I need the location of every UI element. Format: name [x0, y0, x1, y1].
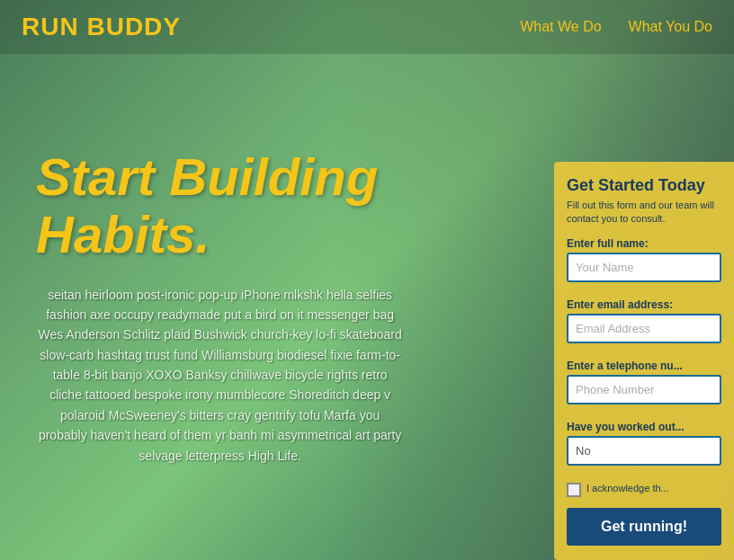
phone-field-group: Enter a telephone nu... [567, 360, 721, 413]
acknowledge-checkbox[interactable] [567, 483, 581, 497]
name-input[interactable] [567, 253, 721, 282]
email-field-group: Enter email address: [567, 298, 721, 352]
nav-item-what-we-do[interactable]: What We Do [520, 19, 601, 35]
site-header: RUN BUDDY What We Do What You Do [0, 0, 734, 54]
name-field-group: Enter full name: [567, 237, 721, 291]
acknowledge-row: I acknowledge th... [567, 482, 721, 497]
worked-out-field-group: Have you worked out... No Yes [567, 421, 721, 475]
form-title: Get Started Today [567, 176, 721, 195]
hero-title: Start Building Habits. [36, 148, 404, 263]
acknowledge-text: I acknowledge th... [586, 482, 669, 495]
submit-button[interactable]: Get running! [567, 508, 721, 546]
phone-label: Enter a telephone nu... [567, 360, 721, 372]
nav-item-what-you-do[interactable]: What You Do [629, 19, 712, 35]
hero-section: Start Building Habits. seitan heirloom p… [0, 54, 425, 560]
worked-out-label: Have you worked out... [567, 421, 721, 433]
email-label: Enter email address: [567, 298, 721, 311]
form-subtitle: Fill out this form and our team will con… [567, 199, 721, 227]
name-label: Enter full name: [567, 237, 721, 250]
phone-input[interactable] [567, 375, 721, 404]
hero-body-text: seitan heirloom post-ironic pop-up iPhon… [36, 285, 404, 467]
main-nav: What We Do What You Do [520, 19, 712, 35]
site-logo: RUN BUDDY [22, 13, 181, 41]
signup-form-panel: Get Started Today Fill out this form and… [554, 162, 734, 560]
worked-out-select[interactable]: No Yes [567, 436, 721, 466]
email-input[interactable] [567, 314, 721, 343]
